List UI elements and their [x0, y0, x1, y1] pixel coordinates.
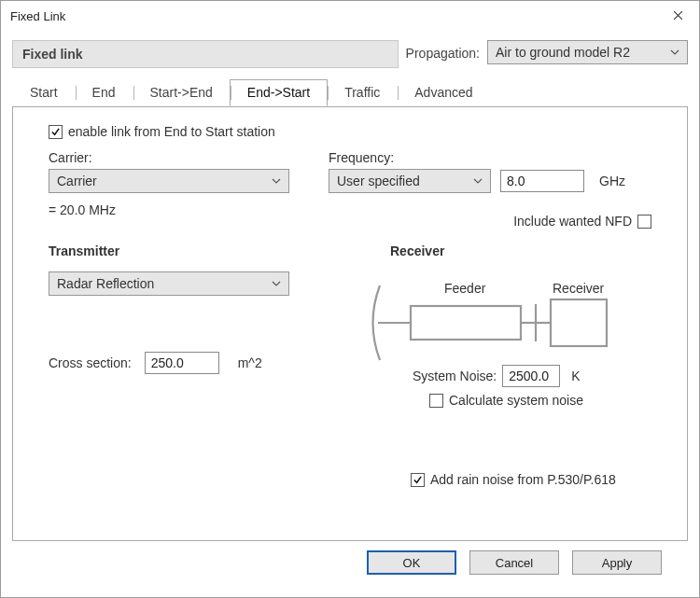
- frequency-mode-select[interactable]: User specified: [329, 169, 491, 193]
- chevron-down-icon: [473, 178, 483, 184]
- carrier-value: Carrier: [57, 174, 97, 188]
- cancel-button[interactable]: Cancel: [469, 550, 559, 575]
- system-noise-row: System Noise: 2500.0 K: [413, 365, 581, 387]
- cross-section-label: Cross section:: [49, 355, 132, 370]
- transmitter-select[interactable]: Radar Reflection: [49, 271, 289, 296]
- tab-label: Advanced: [414, 85, 472, 100]
- tab-label: Start->End: [150, 85, 213, 100]
- system-noise-label: System Noise:: [413, 369, 497, 383]
- button-label: Apply: [602, 556, 633, 570]
- titlebar: Fixed Link: [1, 1, 699, 31]
- svg-rect-1: [411, 306, 521, 340]
- calc-noise-row: Calculate system noise: [429, 393, 583, 408]
- rain-noise-label: Add rain noise from P.530/P.618: [430, 472, 616, 487]
- frequency-row: User specified 8.0 GHz: [329, 169, 661, 193]
- section-title: Fixed link: [12, 40, 399, 68]
- tab-end[interactable]: End: [75, 79, 133, 105]
- carrier-select[interactable]: Carrier: [49, 169, 289, 193]
- chevron-down-icon: [670, 49, 679, 55]
- frequency-mode-value: User specified: [337, 174, 420, 188]
- close-icon: [673, 9, 683, 23]
- propagation-value: Air to ground model R2: [496, 45, 630, 60]
- ok-button[interactable]: OK: [367, 550, 456, 575]
- tab-bar: Start End Start->End End->Start Traffic …: [12, 79, 688, 106]
- header-row: Fixed link Propagation: Air to ground mo…: [12, 40, 688, 68]
- tab-label: Start: [30, 85, 58, 100]
- system-noise-input[interactable]: 2500.0: [502, 365, 560, 387]
- content-area: Fixed link Propagation: Air to ground mo…: [1, 31, 699, 597]
- chevron-down-icon: [272, 281, 281, 286]
- tab-advanced[interactable]: Advanced: [397, 79, 490, 105]
- rain-noise-row: Add rain noise from P.530/P.618: [411, 472, 661, 487]
- nfd-checkbox[interactable]: [637, 215, 651, 229]
- right-column: Frequency: User specified 8.0 GHz Includ…: [329, 150, 661, 487]
- svg-rect-4: [551, 299, 607, 346]
- tab-start[interactable]: Start: [12, 79, 76, 105]
- cross-section-input[interactable]: 250.0: [145, 352, 219, 374]
- frequency-input[interactable]: 8.0: [500, 170, 584, 192]
- tab-start-to-end[interactable]: Start->End: [133, 79, 231, 105]
- cross-section-unit: m^2: [238, 355, 262, 370]
- frequency-unit: GHz: [599, 174, 625, 188]
- cross-section-row: Cross section: 250.0 m^2: [49, 352, 329, 374]
- button-label: OK: [403, 556, 421, 570]
- button-label: Cancel: [496, 556, 533, 570]
- tab-traffic[interactable]: Traffic: [327, 79, 398, 105]
- dialog-fixed-link: Fixed Link Fixed link Propagation: Air t…: [0, 0, 700, 598]
- chevron-down-icon: [272, 178, 281, 184]
- tab-label: End->Start: [247, 85, 310, 100]
- frequency-label: Frequency:: [329, 150, 661, 165]
- close-button[interactable]: [656, 1, 699, 31]
- carrier-info: = 20.0 MHz: [49, 202, 329, 217]
- receiver-title: Receiver: [390, 243, 661, 258]
- receiver-diagram: Feeder Receiver System Noise: 2500.0 K C…: [366, 262, 637, 425]
- tab-label: End: [92, 85, 116, 100]
- carrier-label: Carrier:: [49, 150, 329, 165]
- tab-label: Traffic: [344, 85, 380, 100]
- transmitter-value: Radar Reflection: [57, 276, 154, 291]
- tab-panel: enable link from End to Start station Ca…: [12, 106, 688, 541]
- window-title: Fixed Link: [10, 9, 65, 23]
- left-column: Carrier: Carrier = 20.0 MHz Transmitter …: [49, 150, 329, 487]
- enable-link-label: enable link from End to Start station: [68, 124, 275, 139]
- diagram-feeder-label: Feeder: [444, 281, 485, 296]
- propagation-label: Propagation:: [399, 40, 487, 68]
- rain-noise-checkbox[interactable]: [411, 473, 425, 487]
- tab-end-to-start[interactable]: End->Start: [230, 79, 328, 106]
- calc-noise-label: Calculate system noise: [449, 393, 583, 408]
- diagram-receiver-label: Receiver: [553, 281, 604, 296]
- enable-link-row: enable link from End to Start station: [49, 124, 661, 139]
- propagation-select[interactable]: Air to ground model R2: [487, 40, 688, 64]
- system-noise-unit: K: [571, 369, 580, 383]
- calc-noise-checkbox[interactable]: [429, 394, 443, 408]
- enable-link-checkbox[interactable]: [49, 125, 63, 139]
- transmitter-title: Transmitter: [49, 243, 329, 258]
- nfd-label: Include wanted NFD: [513, 214, 632, 229]
- nfd-row: Include wanted NFD: [329, 214, 661, 229]
- button-row: OK Cancel Apply: [12, 541, 688, 586]
- apply-button[interactable]: Apply: [572, 550, 662, 575]
